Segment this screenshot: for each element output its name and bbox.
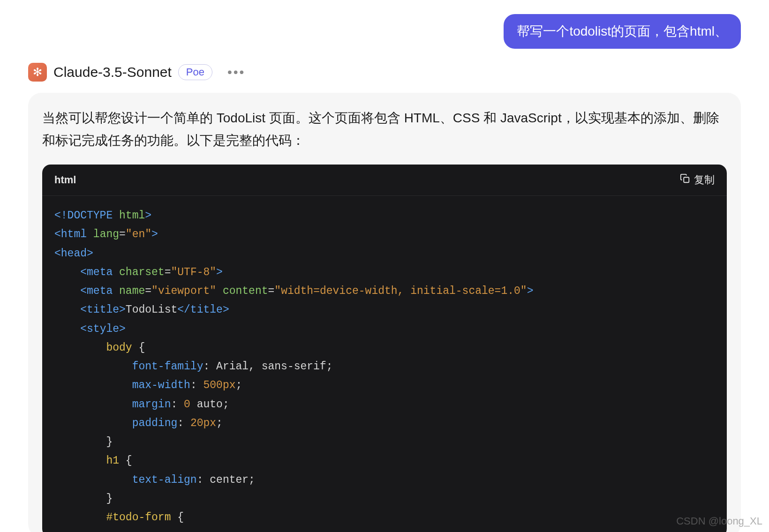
code-token: > (527, 285, 534, 297)
code-token: name (119, 285, 145, 297)
code-token: TodoList (126, 304, 177, 316)
code-token: : Arial, sans-serif; (203, 360, 332, 373)
code-token: } (106, 493, 113, 505)
code-token: 0 (184, 398, 190, 411)
code-token: ; (216, 417, 223, 429)
code-token: { (119, 455, 132, 467)
code-token: = (145, 285, 151, 297)
code-token: > (216, 266, 223, 278)
code-token: <head> (54, 247, 93, 260)
code-token: auto; (190, 398, 229, 411)
copy-icon (680, 173, 690, 187)
code-token: = (268, 285, 275, 297)
code-header: html 复制 (42, 165, 727, 196)
bot-message: 当然可以帮您设计一个简单的 TodoList 页面。这个页面将包含 HTML、C… (28, 93, 741, 532)
code-content[interactable]: <!DOCTYPE html> <html lang="en"> <head> … (42, 196, 727, 532)
code-token: content (216, 285, 268, 297)
code-token: : (190, 379, 204, 391)
bot-name[interactable]: Claude-3.5-Sonnet (53, 64, 172, 80)
code-token: padding (132, 417, 178, 429)
watermark: CSDN @loong_XL (676, 515, 762, 527)
claude-icon: ✻ (33, 66, 42, 79)
code-token: : (177, 417, 190, 429)
copy-code-button[interactable]: 复制 (680, 173, 715, 187)
code-token: <meta (80, 285, 119, 297)
more-options-button[interactable]: ••• (227, 65, 245, 80)
code-token: 500px (203, 379, 235, 391)
code-token: <!DOCTYPE (54, 210, 119, 222)
bot-message-text: 当然可以帮您设计一个简单的 TodoList 页面。这个页面将包含 HTML、C… (42, 107, 727, 151)
code-token: 20px (190, 417, 216, 429)
code-token: body (106, 342, 132, 354)
code-token: lang (93, 228, 119, 240)
code-token: "viewport" (151, 285, 216, 297)
code-token: = (119, 228, 126, 240)
code-token: > (151, 228, 158, 240)
copy-label: 复制 (694, 173, 715, 187)
code-token: "width=device-width, initial-scale=1.0" (274, 285, 527, 297)
code-token: font-family (132, 360, 204, 373)
code-token: ; (236, 379, 242, 391)
svg-rect-0 (684, 177, 689, 182)
code-token: { (171, 511, 184, 524)
code-block: html 复制 <!DOCTYPE html> <html lang="en">… (42, 165, 727, 532)
user-message-row: 帮写一个todolist的页面，包含html、 (28, 14, 741, 49)
code-token: > (145, 210, 151, 222)
code-token: "UTF-8" (171, 266, 216, 278)
user-message-bubble: 帮写一个todolist的页面，包含html、 (504, 14, 741, 49)
code-token: "en" (126, 228, 151, 240)
code-token: #todo-form (106, 511, 171, 524)
code-token: <title> (80, 304, 126, 316)
bot-avatar[interactable]: ✻ (28, 63, 47, 82)
code-language-label: html (54, 174, 76, 186)
code-token: : (171, 398, 184, 411)
code-token: { (132, 342, 145, 354)
code-token: <meta (80, 266, 119, 278)
bot-platform-badge[interactable]: Poe (178, 64, 212, 80)
code-token: </title> (177, 304, 229, 316)
code-token: charset (119, 266, 165, 278)
code-token: html (119, 210, 145, 222)
code-token: margin (132, 398, 171, 411)
code-token: : center; (197, 474, 255, 486)
code-token: = (165, 266, 171, 278)
user-message-text: 帮写一个todolist的页面，包含html、 (517, 24, 728, 38)
code-token: h1 (106, 455, 119, 467)
code-token: max-width (132, 379, 190, 391)
bot-header: ✻ Claude-3.5-Sonnet Poe ••• (28, 63, 741, 82)
code-token: } (106, 436, 113, 448)
code-token: text-align (132, 474, 197, 486)
chat-container: 帮写一个todolist的页面，包含html、 ✻ Claude-3.5-Son… (0, 0, 769, 532)
code-token: <html (54, 228, 93, 240)
code-token: <style> (80, 323, 126, 335)
